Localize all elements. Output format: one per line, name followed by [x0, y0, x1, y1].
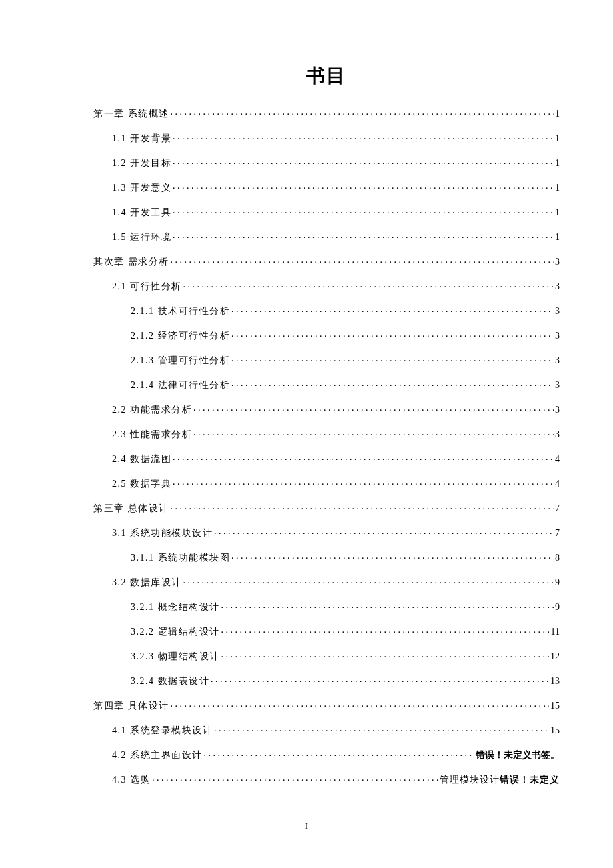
toc-entry-page: 4 — [555, 479, 560, 489]
toc-entry-label: 1.1 开发背景 — [112, 134, 171, 143]
toc-entry: 第四章 具体设计15 — [93, 699, 560, 711]
toc-entry: 2.1.4 法律可行性分析3 — [93, 379, 560, 390]
toc-entry-page: 7 — [555, 504, 560, 513]
toc-entry-page: 15 — [550, 726, 560, 735]
toc-entry-label: 第三章 总体设计 — [93, 504, 169, 513]
toc-leader-dots — [171, 255, 554, 265]
toc-entry-page: 3 — [555, 331, 560, 341]
toc-leader-dots — [231, 305, 554, 314]
toc-entry-trail: 管理模块设计错误！未定义 — [440, 775, 560, 785]
toc-entry-label: 其次章 需求分析 — [93, 257, 169, 267]
toc-entry-label: 2.5 数据字典 — [112, 479, 171, 489]
toc-entry-label: 3.2.2 逻辑结构设计 — [131, 627, 220, 637]
toc-entry: 1.5 运行环境1 — [93, 231, 560, 242]
toc-entry-label: 2.1 可行性分析 — [112, 282, 182, 291]
page-number-footer: I — [0, 821, 613, 831]
toc-entry-label: 3.1 系统功能模块设计 — [112, 529, 213, 538]
toc-entry-page: 3 — [555, 405, 560, 415]
toc-leader-dots — [173, 453, 554, 462]
toc-entry-label: 2.1.1 技术可行性分析 — [131, 307, 230, 316]
toc-entry-label: 2.1.3 管理可行性分析 — [131, 356, 230, 365]
toc-entry: 3.2 数据库设计9 — [93, 576, 560, 587]
toc-entry-page: 3 — [555, 307, 560, 316]
toc-leader-dots — [173, 181, 554, 191]
toc-leader-dots — [214, 527, 554, 536]
toc-entry-label: 2.2 功能需求分析 — [112, 405, 192, 415]
toc-entry: 3.1.1 系统功能模块图8 — [93, 551, 560, 563]
toc-entry: 2.5 数据字典4 — [93, 477, 560, 489]
toc-entry-label: 3.2.4 数据表设计 — [131, 677, 209, 686]
toc-entry: 4.3 选购管理模块设计错误！未定义 — [93, 773, 560, 785]
toc-leader-dots — [171, 502, 554, 511]
toc-leader-dots — [231, 329, 554, 339]
toc-entry-page: 1 — [555, 208, 560, 217]
toc-title: 书目 — [93, 63, 560, 89]
toc-entry-page: 9 — [555, 603, 560, 612]
toc-entry: 2.2 功能需求分析3 — [93, 403, 560, 415]
toc-entry-page: 12 — [550, 652, 560, 661]
toc-leader-dots — [183, 280, 554, 289]
toc-entry-label: 3.2.1 概念结构设计 — [131, 603, 220, 612]
toc-entry-label: 4.1 系统登录模块设计 — [112, 726, 213, 735]
document-page: 书目 第一章 系统概述11.1 开发背景11.2 开发目标11.3 开发意义11… — [0, 0, 613, 868]
toc-entry-page: 3 — [555, 282, 560, 291]
toc-entry-page: 11 — [551, 627, 560, 637]
toc-leader-dots — [221, 650, 550, 659]
toc-leader-dots — [193, 403, 554, 413]
toc-entry-label: 2.1.4 法律可行性分析 — [131, 381, 230, 390]
toc-entry: 4.2 系统主界面设计错误！未定义书签。 — [93, 749, 560, 760]
toc-entry-page: 3 — [555, 257, 560, 267]
toc-entry-label: 第四章 具体设计 — [93, 701, 169, 711]
toc-leader-dots — [231, 354, 554, 363]
toc-leader-dots — [221, 625, 550, 635]
toc-entry: 3.2.2 逻辑结构设计11 — [93, 625, 560, 637]
toc-entry-page-error: 错误！未定义书签。 — [476, 751, 560, 760]
toc-leader-dots — [173, 206, 554, 215]
toc-entry-label: 3.2.3 物理结构设计 — [131, 652, 220, 661]
toc-entry-page: 1 — [555, 233, 560, 242]
toc-entry: 3.2.1 概念结构设计 9 — [93, 601, 560, 612]
toc-leader-dots — [214, 724, 549, 733]
toc-entry: 4.1 系统登录模块设计15 — [93, 724, 560, 735]
toc-entry: 1.2 开发目标1 — [93, 157, 560, 168]
toc-entry-page: 8 — [555, 553, 560, 563]
toc-entry-label: 4.2 系统主界面设计 — [112, 751, 203, 760]
toc-entry: 3.1 系统功能模块设计7 — [93, 527, 560, 538]
toc-leader-dots — [193, 428, 554, 437]
toc-entry-page: 1 — [555, 183, 560, 193]
toc-entry: 1.4 开发工具1 — [93, 206, 560, 217]
toc-entry: 1.1 开发背景1 — [93, 132, 560, 143]
toc-entry-page: 13 — [550, 677, 560, 686]
toc-entry: 1.3 开发意义1 — [93, 181, 560, 193]
toc-entry: 第三章 总体设计7 — [93, 502, 560, 513]
toc-entry-label: 1.5 运行环境 — [112, 233, 171, 242]
toc-entry-label: 第一章 系统概述 — [93, 109, 169, 119]
toc-entry-label: 1.3 开发意义 — [112, 183, 171, 193]
toc-entry-label: 3.1.1 系统功能模块图 — [131, 553, 230, 563]
toc-leader-dots — [173, 157, 554, 166]
toc-leader-dots — [183, 576, 554, 585]
toc-entry-label: 2.3 性能需求分析 — [112, 430, 192, 439]
toc-entry: 2.1 可行性分析3 — [93, 280, 560, 291]
toc-entry: 3.2.4 数据表设计 13 — [93, 675, 560, 686]
toc-entry-page: 7 — [555, 529, 560, 538]
toc-entry: 3.2.3 物理结构设计12 — [93, 650, 560, 661]
toc-entry-label: 1.2 开发目标 — [112, 159, 171, 168]
toc-entry: 2.1.3 管理可行性分析 3 — [93, 354, 560, 365]
toc-leader-dots — [173, 132, 554, 141]
toc-leader-dots — [231, 379, 554, 388]
toc-leader-dots — [171, 107, 554, 117]
toc-entry-page: 9 — [555, 578, 560, 587]
toc-entry-label: 2.4 数据流图 — [112, 455, 171, 464]
toc-entry-page: 3 — [555, 430, 560, 439]
toc-entry-label: 1.4 开发工具 — [112, 208, 171, 217]
toc-entry-page: 3 — [555, 381, 560, 390]
toc-leader-dots — [204, 749, 475, 758]
toc-entry: 第一章 系统概述1 — [93, 107, 560, 119]
toc-entry-page: 1 — [555, 159, 560, 168]
toc-entry-page: 15 — [550, 701, 560, 711]
toc-leader-dots — [211, 675, 549, 684]
toc-leader-dots — [152, 773, 438, 783]
toc-leader-dots — [231, 551, 554, 561]
toc-entry-label: 4.3 选购 — [112, 775, 151, 785]
